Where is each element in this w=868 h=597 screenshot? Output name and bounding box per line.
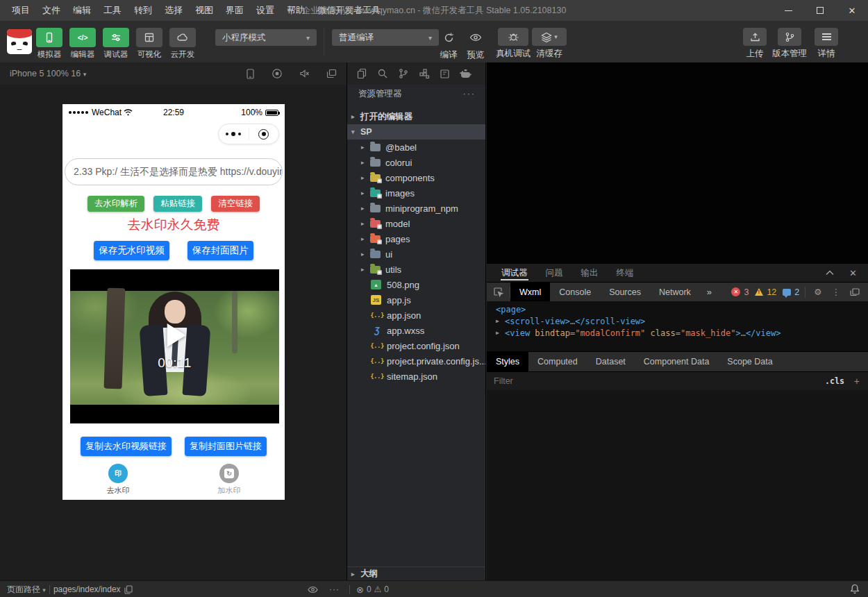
tab-scope-data[interactable]: Scope Data: [718, 352, 781, 371]
menu-item[interactable]: 转到: [128, 4, 158, 17]
details-button[interactable]: 详情: [810, 28, 843, 60]
new-style-rule-button[interactable]: +: [854, 376, 860, 387]
play-icon[interactable]: [167, 323, 185, 347]
git-branch-icon[interactable]: [398, 68, 409, 79]
tree-item-ui[interactable]: ▸ui: [347, 246, 485, 262]
windows-icon[interactable]: [326, 69, 337, 78]
parse-watermark-button[interactable]: 去水印解析: [87, 196, 145, 212]
tree-item-components[interactable]: ▸components: [347, 170, 485, 185]
version-control-button[interactable]: 版本管理: [768, 28, 811, 60]
more-status-icon[interactable]: ···: [329, 581, 340, 597]
collapse-icon[interactable]: [826, 270, 834, 276]
close-panel-icon[interactable]: ✕: [849, 268, 857, 278]
upload-button[interactable]: 上传: [738, 28, 771, 60]
save-cover-button[interactable]: 保存封面图片: [187, 241, 253, 260]
save-video-button[interactable]: 保存无水印视频: [94, 241, 169, 260]
menu-item[interactable]: 编辑: [67, 4, 97, 17]
clear-cache-button[interactable]: ▾ 清缓存: [531, 28, 567, 60]
more-actions-icon[interactable]: ···: [463, 89, 476, 99]
kebab-menu-icon[interactable]: ⋮: [832, 287, 841, 297]
tab-console[interactable]: Console: [550, 283, 600, 301]
filter-input[interactable]: [487, 376, 825, 387]
tab-dataset[interactable]: Dataset: [587, 352, 635, 371]
tree-item-images[interactable]: ▸images: [347, 185, 485, 201]
visibility-toggle-icon[interactable]: [308, 581, 318, 597]
tree-item-model[interactable]: ▸model: [347, 216, 485, 231]
tree-item-打开的编辑器[interactable]: ▸打开的编辑器: [347, 109, 485, 124]
menu-item[interactable]: 微信开发者工具: [311, 4, 387, 17]
tab-sources[interactable]: Sources: [600, 283, 650, 301]
preview-button[interactable]: 预览: [459, 28, 492, 61]
copy-path-icon[interactable]: [124, 585, 133, 594]
record-icon[interactable]: [272, 68, 283, 79]
tree-item-project.config.json[interactable]: {..}project.config.json: [347, 338, 485, 353]
settings-gear-icon[interactable]: ⚙: [814, 287, 821, 297]
video-player[interactable]: 00:11: [70, 269, 279, 423]
expand-icon[interactable]: ▶: [496, 330, 505, 336]
tab-debugger[interactable]: 调试器: [492, 264, 537, 282]
maximize-button[interactable]: [804, 0, 836, 21]
npm-teapot-icon[interactable]: [460, 69, 471, 78]
expand-icon[interactable]: ▶: [496, 318, 505, 324]
simulator-toggle-button[interactable]: 模拟器: [33, 28, 66, 60]
editor-toggle-button[interactable]: </> 编辑器: [66, 28, 99, 60]
device-select[interactable]: iPhone 5 100% 16 ▾: [10, 69, 86, 78]
more-tabs-icon[interactable]: »: [700, 287, 719, 297]
more-icon[interactable]: [219, 132, 249, 136]
message-icon[interactable]: [783, 289, 791, 296]
tree-item-colorui[interactable]: ▸colorui: [347, 155, 485, 170]
editor-layout-icon[interactable]: [440, 69, 450, 79]
tree-item-app.json[interactable]: {..}app.json: [347, 308, 485, 323]
search-icon[interactable]: [377, 68, 388, 79]
menu-item[interactable]: 文件: [36, 4, 67, 17]
menu-item[interactable]: 选择: [158, 4, 189, 17]
tab-network[interactable]: Network: [650, 283, 700, 301]
menu-item[interactable]: 界面: [219, 4, 250, 17]
visualization-toggle-button[interactable]: 可视化: [133, 28, 166, 60]
tab-styles[interactable]: Styles: [487, 352, 528, 371]
dock-side-icon[interactable]: [850, 288, 860, 296]
menu-item[interactable]: 项目: [6, 4, 36, 17]
page-path-select[interactable]: 页面路径 ▾: [7, 584, 46, 596]
avatar[interactable]: [7, 29, 32, 54]
code-line[interactable]: ▶<scroll-view>…</scroll-view>: [487, 315, 868, 327]
clear-link-button[interactable]: 清空链接: [211, 196, 260, 212]
tree-item-SP[interactable]: ▾SP: [347, 124, 485, 140]
remote-debug-button[interactable]: 真机调试: [491, 28, 535, 60]
menu-item[interactable]: 帮助: [281, 4, 311, 17]
menu-item[interactable]: 设置: [250, 4, 281, 17]
cloud-dev-button[interactable]: 云开发: [166, 28, 199, 60]
home-icon[interactable]: [249, 129, 279, 140]
tab-output[interactable]: 输出: [572, 264, 608, 282]
toggle-class-button[interactable]: .cls: [825, 376, 844, 386]
menu-item[interactable]: 视图: [189, 4, 219, 17]
paste-link-button[interactable]: 粘贴链接: [153, 196, 202, 212]
compile-select[interactable]: 普通编译 ▾: [332, 29, 439, 46]
tab-problems[interactable]: 问题: [537, 264, 572, 282]
tree-item-sitemap.json[interactable]: {..}sitemap.json: [347, 369, 485, 384]
copy-video-link-button[interactable]: 复制去水印视频链接: [81, 437, 172, 456]
link-input[interactable]: 2.33 Pkp:/ 生活不是选择而是热爱 https://v.douyin.c: [65, 158, 283, 185]
menu-item[interactable]: 工具: [97, 4, 128, 17]
tree-item-app.js[interactable]: JSapp.js: [347, 292, 485, 308]
mode-select[interactable]: 小程序模式 ▾: [215, 29, 317, 46]
outline-section[interactable]: ▸ 大纲: [347, 566, 485, 580]
tree-item-508.png[interactable]: ▲508.png: [347, 277, 485, 292]
debugger-toggle-button[interactable]: 调试器: [99, 28, 133, 60]
files-icon[interactable]: [356, 68, 367, 79]
tree-item-miniprogram_npm[interactable]: ▸miniprogram_npm: [347, 201, 485, 216]
notification-bell-icon[interactable]: [850, 584, 860, 594]
code-line[interactable]: <page>: [487, 303, 868, 315]
tab-wxml[interactable]: Wxml: [510, 283, 550, 301]
tab-terminal[interactable]: 终端: [608, 264, 643, 282]
tree-item-app.wxss[interactable]: Ʒapp.wxss: [347, 323, 485, 338]
warning-icon[interactable]: [755, 288, 763, 296]
error-icon[interactable]: ✕: [731, 287, 740, 296]
tab-remove-watermark[interactable]: 印 去水印: [62, 462, 174, 500]
problems-summary[interactable]: ⊗ 0 ⚠ 0: [356, 581, 389, 597]
copy-cover-link-button[interactable]: 复制封面图片链接: [185, 437, 267, 456]
code-line[interactable]: ▶<view bindtap="modalConfirm" class="mas…: [487, 327, 868, 339]
extensions-icon[interactable]: [419, 68, 430, 79]
tree-item-project.private.config.js...[interactable]: {..}project.private.config.js...: [347, 353, 485, 369]
tab-component-data[interactable]: Component Data: [635, 352, 719, 371]
